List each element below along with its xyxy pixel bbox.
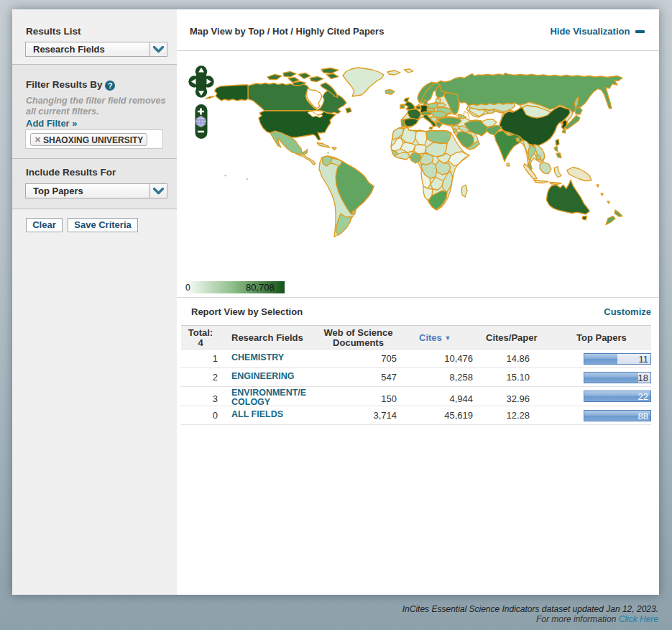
svg-text:0: 0 <box>185 283 190 293</box>
svg-text:80,708: 80,708 <box>246 282 275 293</box>
